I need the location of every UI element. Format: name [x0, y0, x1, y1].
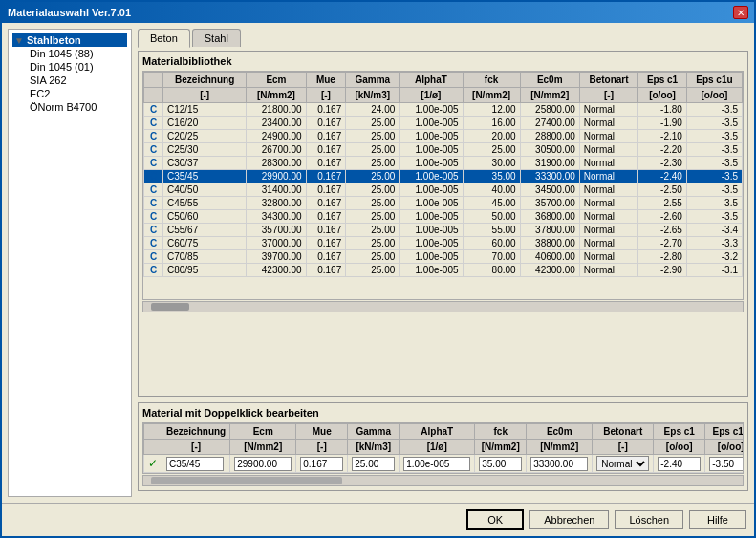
- col-mue-head: Mue: [306, 73, 346, 88]
- lib-cell-11-5: 1.00e-005: [400, 250, 463, 264]
- checkmark-icon: ✓: [148, 457, 158, 470]
- library-row-1[interactable]: CC16/2023400.000.16725.001.00e-00516.002…: [144, 117, 743, 130]
- lib-cell-6-3: 0.167: [306, 183, 346, 197]
- lib-cell-0-6: 12.00: [463, 103, 520, 117]
- delete-button[interactable]: Löschen: [615, 510, 683, 529]
- row-icon-1: C: [150, 118, 157, 128]
- lib-cell-3-7: 30500.00: [520, 143, 579, 157]
- lib-cell-9-10: -3.4: [686, 224, 742, 237]
- edit-fck-cell: [475, 455, 527, 473]
- lib-cell-3-3: 0.167: [306, 143, 346, 157]
- lib-cell-10-7: 38800.00: [520, 237, 579, 250]
- lib-cell-12-1: C80/95: [163, 264, 247, 277]
- edit-epsc1u-input[interactable]: [709, 457, 744, 471]
- col-epsc1-head: Eps c1: [638, 73, 687, 88]
- lib-cell-12-7: 42300.00: [520, 264, 579, 277]
- library-row-5[interactable]: CC35/4529900.000.16725.001.00e-00535.003…: [144, 170, 743, 183]
- lib-cell-7-7: 35700.00: [520, 197, 579, 210]
- lib-cell-12-5: 1.00e-005: [400, 264, 463, 277]
- edit-icon-cell: ✓: [144, 455, 162, 473]
- edit-epsc1-input[interactable]: [658, 457, 701, 471]
- lib-cell-3-9: -2.20: [638, 143, 687, 157]
- lib-cell-8-0: C: [144, 210, 163, 224]
- lib-cell-7-0: C: [144, 197, 163, 210]
- ok-button[interactable]: OK: [466, 509, 524, 530]
- lib-cell-12-9: -2.90: [638, 264, 687, 277]
- lib-cell-1-1: C16/20: [163, 117, 247, 130]
- col-mue-sub: [-]: [306, 88, 346, 103]
- edit-fck-input[interactable]: [479, 457, 522, 471]
- window-title: Materialauswahl Ver.7.01: [8, 7, 131, 18]
- sidebar-item-stahlbeton[interactable]: ▼ Stahlbeton: [12, 33, 127, 47]
- lib-cell-1-7: 27400.00: [520, 117, 579, 130]
- sidebar-item-din1045-88[interactable]: Din 1045 (88): [28, 47, 127, 60]
- sidebar-item-sia262[interactable]: SIA 262: [28, 74, 127, 87]
- lib-cell-1-9: -1.90: [638, 117, 687, 130]
- lib-cell-5-3: 0.167: [306, 170, 346, 183]
- row-icon-11: C: [150, 251, 157, 262]
- betonart-select[interactable]: Normal Leicht: [596, 456, 649, 471]
- library-row-4[interactable]: CC30/3728300.000.16725.001.00e-00530.003…: [144, 157, 743, 170]
- sidebar-item-din1045-01[interactable]: Din 1045 (01): [28, 60, 127, 74]
- edit-gamma-input[interactable]: [352, 457, 395, 471]
- lib-cell-4-2: 28300.00: [247, 157, 306, 170]
- lib-cell-8-1: C50/60: [163, 210, 247, 224]
- library-row-7[interactable]: CC45/5532800.000.16725.001.00e-00545.003…: [144, 197, 743, 210]
- lib-cell-11-8: Normal: [579, 250, 637, 264]
- edit-ec0m-input[interactable]: [530, 457, 588, 471]
- lib-cell-4-7: 31900.00: [520, 157, 579, 170]
- library-row-10[interactable]: CC60/7537000.000.16725.001.00e-00560.003…: [144, 237, 743, 250]
- lib-cell-6-4: 25.00: [346, 183, 400, 197]
- sidebar-item-oenorm[interactable]: ÖNorm B4700: [28, 100, 127, 114]
- lib-cell-7-1: C45/55: [163, 197, 247, 210]
- lib-cell-10-5: 1.00e-005: [400, 237, 463, 250]
- sidebar-item-ec2[interactable]: EC2: [28, 87, 127, 100]
- edit-ecm-input[interactable]: [234, 457, 292, 471]
- lib-cell-10-6: 60.00: [463, 237, 520, 250]
- close-button[interactable]: ✕: [733, 6, 748, 19]
- row-icon-0: C: [150, 104, 157, 115]
- library-row-12[interactable]: CC80/9542300.000.16725.001.00e-00580.004…: [144, 264, 743, 277]
- lib-cell-12-0: C: [144, 264, 163, 277]
- tab-stahl[interactable]: Stahl: [192, 29, 241, 47]
- tab-beton[interactable]: Beton: [138, 29, 190, 48]
- lib-scrollbar-h[interactable]: [142, 301, 744, 312]
- edit-alphat-cell: [400, 455, 475, 473]
- edit-epsc1-cell: [654, 455, 705, 473]
- edit-mue-input[interactable]: [300, 457, 343, 471]
- edit-alphat-input[interactable]: [403, 457, 470, 471]
- lib-cell-5-1: C35/45: [163, 170, 247, 183]
- library-row-2[interactable]: CC20/2524900.000.16725.001.00e-00520.002…: [144, 130, 743, 143]
- sidebar-label-oenorm: ÖNorm B4700: [30, 101, 97, 113]
- library-row-8[interactable]: CC50/6034300.000.16725.001.00e-00550.003…: [144, 210, 743, 224]
- lib-cell-1-3: 0.167: [306, 117, 346, 130]
- library-row-11[interactable]: CC70/8539700.000.16725.001.00e-00570.004…: [144, 250, 743, 264]
- lib-cell-3-4: 25.00: [346, 143, 400, 157]
- edit-name-input[interactable]: [166, 457, 224, 471]
- col-betonart-head: Betonart: [579, 73, 637, 88]
- lib-cell-7-8: Normal: [579, 197, 637, 210]
- library-row-0[interactable]: CC12/1521800.000.16724.001.00e-00512.002…: [144, 103, 743, 117]
- help-button[interactable]: Hilfe: [689, 510, 746, 529]
- edit-section: Material mit Doppelklick bearbeiten Beze…: [138, 402, 748, 491]
- cancel-button[interactable]: Abbrechen: [529, 510, 609, 529]
- library-table-wrapper[interactable]: Bezeichnung Ecm Mue Gamma AlphaT fck Ec0…: [142, 71, 744, 300]
- edit-gamma-cell: [348, 455, 400, 473]
- content-area: ▼ Stahlbeton Din 1045 (88) Din 1045 (01)…: [2, 23, 754, 503]
- lib-cell-8-2: 34300.00: [247, 210, 306, 224]
- edit-col-fck-sub: [N/mm2]: [475, 440, 527, 455]
- library-row-3[interactable]: CC25/3026700.000.16725.001.00e-00525.003…: [144, 143, 743, 157]
- library-row-6[interactable]: CC40/5031400.000.16725.001.00e-00540.003…: [144, 183, 743, 197]
- sidebar-label-stahlbeton: Stahlbeton: [27, 34, 81, 46]
- library-row-9[interactable]: CC55/6735700.000.16725.001.00e-00555.003…: [144, 224, 743, 237]
- lib-cell-7-5: 1.00e-005: [400, 197, 463, 210]
- library-section: Materialbibliothek Bezeichnung Ecm Mue G…: [138, 51, 748, 397]
- lib-cell-7-6: 45.00: [463, 197, 520, 210]
- lib-cell-2-5: 1.00e-005: [400, 130, 463, 143]
- lib-cell-8-4: 25.00: [346, 210, 400, 224]
- edit-scrollbar-h[interactable]: [142, 475, 744, 486]
- lib-cell-1-8: Normal: [579, 117, 637, 130]
- lib-cell-8-3: 0.167: [306, 210, 346, 224]
- lib-cell-2-2: 24900.00: [247, 130, 306, 143]
- lib-scrollbar-thumb: [151, 303, 189, 311]
